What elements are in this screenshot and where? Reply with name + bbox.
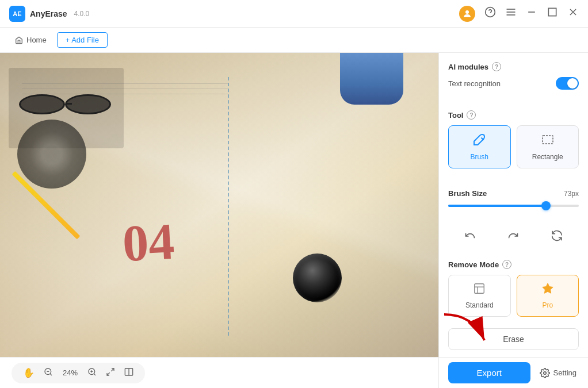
menu-icon[interactable] bbox=[505, 6, 517, 21]
text-recognition-label: Text recognition bbox=[448, 79, 501, 88]
export-bar: Export Setting bbox=[438, 357, 588, 388]
pro-mode-button[interactable]: Pro bbox=[517, 275, 579, 317]
setting-button[interactable]: Setting bbox=[537, 363, 579, 383]
app-version: 4.0.0 bbox=[74, 10, 90, 18]
svg-point-0 bbox=[465, 10, 469, 14]
svg-rect-22 bbox=[543, 136, 553, 144]
svg-line-17 bbox=[111, 368, 114, 371]
minimize-icon[interactable] bbox=[526, 6, 537, 21]
undo-button[interactable] bbox=[460, 225, 480, 246]
canvas-area: 04 bbox=[0, 53, 438, 388]
svg-rect-7 bbox=[548, 8, 556, 16]
svg-rect-23 bbox=[475, 284, 484, 294]
ai-modules-section: AI modules ? Text recognition bbox=[448, 62, 579, 92]
fit-view-button[interactable] bbox=[104, 366, 117, 380]
right-panel: AI modules ? Text recognition Tool ? bbox=[438, 53, 588, 388]
rectangle-tool-button[interactable]: Rectangle bbox=[517, 125, 579, 168]
action-icons-row bbox=[448, 225, 579, 246]
image-container[interactable]: 04 bbox=[0, 53, 438, 357]
svg-line-21 bbox=[482, 138, 484, 140]
slider-track bbox=[448, 205, 579, 207]
remove-mode-help-icon[interactable]: ? bbox=[502, 260, 511, 269]
rectangle-label: Rectangle bbox=[532, 153, 563, 161]
app-name: AnyErase bbox=[30, 9, 67, 18]
app-logo: AE bbox=[9, 6, 25, 22]
text-recognition-toggle[interactable] bbox=[556, 77, 579, 90]
svg-line-14 bbox=[94, 374, 96, 375]
slider-thumb[interactable] bbox=[541, 201, 551, 210]
title-bar: AE AnyErase 4.0.0 bbox=[0, 0, 588, 28]
toolbar: Home + Add File bbox=[0, 28, 588, 53]
standard-mode-button[interactable]: Standard bbox=[448, 275, 511, 317]
redo-button[interactable] bbox=[503, 225, 524, 246]
split-view-button[interactable] bbox=[122, 366, 136, 380]
export-label: Export bbox=[477, 368, 502, 378]
brush-size-row: Brush Size 73px bbox=[448, 189, 579, 198]
user-avatar-icon[interactable] bbox=[459, 6, 475, 22]
rectangle-icon bbox=[541, 133, 555, 149]
zoom-controls: ✋ 24% bbox=[12, 363, 145, 383]
brush-label: Brush bbox=[471, 153, 488, 161]
reset-button[interactable] bbox=[547, 225, 567, 246]
remove-mode-buttons: Standard Pro bbox=[448, 275, 579, 317]
zoom-out-button[interactable] bbox=[41, 366, 55, 380]
zoom-level-display: 24% bbox=[60, 368, 81, 377]
pro-icon bbox=[541, 282, 554, 298]
close-icon[interactable] bbox=[567, 6, 579, 21]
hand-tool-button[interactable]: ✋ bbox=[21, 366, 37, 379]
setting-label: Setting bbox=[553, 368, 576, 377]
brush-tool-button[interactable]: Brush bbox=[448, 125, 511, 168]
svg-point-25 bbox=[543, 371, 546, 374]
remove-mode-section: Remove Mode ? Standard Pro bbox=[448, 260, 579, 319]
home-label: Home bbox=[26, 36, 47, 44]
add-file-button[interactable]: + Add File bbox=[57, 32, 108, 48]
ai-modules-help-icon[interactable]: ? bbox=[492, 62, 501, 71]
remove-mode-title: Remove Mode ? bbox=[448, 260, 579, 269]
tool-buttons: Brush Rectangle bbox=[448, 125, 579, 168]
help-circle-icon[interactable] bbox=[484, 6, 496, 21]
toggle-knob bbox=[567, 78, 578, 89]
home-button[interactable]: Home bbox=[9, 32, 52, 48]
brush-icon bbox=[472, 133, 486, 149]
canvas-bottom-bar: ✋ 24% bbox=[0, 357, 438, 388]
ai-modules-title: AI modules ? bbox=[448, 62, 579, 71]
pro-label: Pro bbox=[542, 301, 553, 309]
text-recognition-row: Text recognition bbox=[448, 77, 579, 90]
standard-icon bbox=[473, 282, 486, 298]
main-content: 04 bbox=[0, 53, 588, 388]
tool-title: Tool ? bbox=[448, 110, 579, 120]
export-button[interactable]: Export bbox=[448, 362, 530, 383]
erase-button[interactable]: Erase bbox=[448, 328, 579, 350]
brush-size-section: Brush Size 73px bbox=[448, 189, 579, 212]
brush-size-value: 73px bbox=[564, 190, 579, 198]
brush-size-label: Brush Size bbox=[448, 189, 487, 198]
slider-fill bbox=[448, 205, 546, 207]
maximize-icon[interactable] bbox=[547, 6, 558, 21]
standard-label: Standard bbox=[465, 301, 494, 309]
erase-label: Erase bbox=[503, 335, 524, 344]
tool-help-icon[interactable]: ? bbox=[467, 110, 476, 120]
title-bar-left: AE AnyErase 4.0.0 bbox=[9, 6, 89, 22]
brush-size-slider[interactable] bbox=[448, 200, 579, 212]
zoom-in-button[interactable] bbox=[85, 366, 99, 380]
svg-marker-24 bbox=[543, 283, 553, 293]
add-file-label: + Add File bbox=[66, 36, 99, 44]
gear-icon bbox=[540, 368, 550, 378]
svg-line-11 bbox=[50, 374, 52, 375]
tool-section: Tool ? Brush Rectangle bbox=[448, 110, 579, 171]
svg-line-18 bbox=[107, 372, 110, 375]
title-bar-right bbox=[459, 6, 579, 22]
